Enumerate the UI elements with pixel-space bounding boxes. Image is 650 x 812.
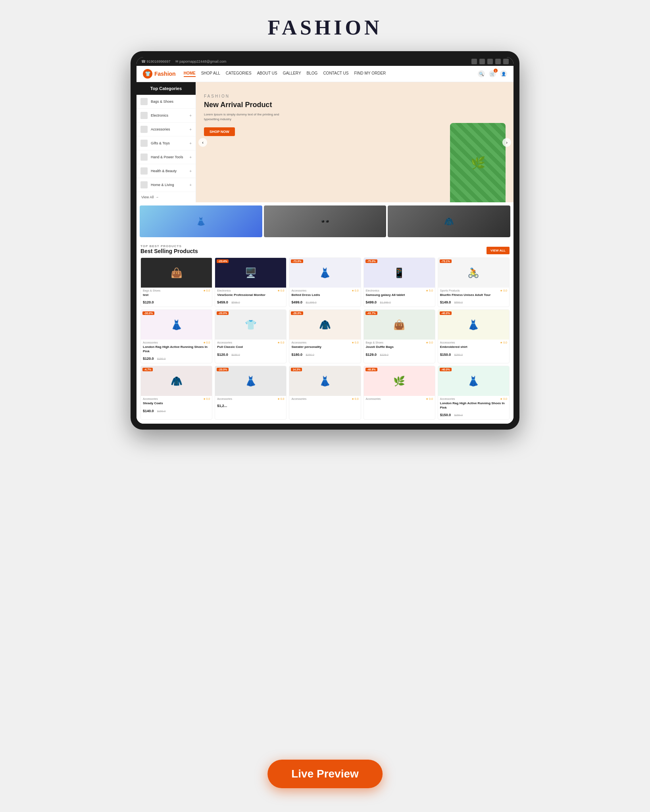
live-preview-container: Live Preview <box>267 760 383 788</box>
product-card-steady-coats[interactable]: 🧥 -4.7% Accessories ★ 0.0 Steady Coats $… <box>140 366 212 420</box>
product-card-jousti[interactable]: 👜 -43.7% Bags & Shoes ★ 0.0 Jousti Duffl… <box>363 309 435 363</box>
product-card-row3-3[interactable]: 👗 14.3% Accessories ★ 0.0 <box>289 366 361 420</box>
sidebar-item-label: Electronics <box>151 113 168 117</box>
product-card-bluefin[interactable]: 🚴 -73.1% Sports Products ★ 0.0 Bluefin F… <box>438 257 510 307</box>
facebook-icon[interactable] <box>471 59 477 64</box>
hero-label: FASHION <box>204 94 506 98</box>
product-image-bluefin: 🚴 -73.1% <box>438 258 509 288</box>
product-image-london-rag-1: 👗 -30.0% <box>141 310 212 340</box>
product-old-price: $550.0 <box>454 301 463 304</box>
product-category: Accessories <box>291 397 306 401</box>
instagram-icon[interactable] <box>487 59 493 64</box>
product-image-pull-classic: 👕 -20.0% <box>215 310 286 340</box>
linkedin-icon[interactable] <box>495 59 501 64</box>
product-old-price: $229.0 <box>380 353 388 356</box>
product-card-sweater[interactable]: 🧥 -28.0% Accessories ★ 0.0 Sweater perso… <box>289 309 361 363</box>
feature-image-1[interactable]: 👗 <box>140 205 262 237</box>
youtube-icon[interactable] <box>503 59 509 64</box>
nav-contact-us[interactable]: CONTACT US <box>323 71 348 77</box>
product-category: Accessories <box>143 341 158 344</box>
product-card-belted-dress[interactable]: 👗 -73.0% Accessories ★ 0.0 Belted Dress … <box>289 257 361 307</box>
hero-title: New Arrival Product <box>204 101 506 109</box>
view-all-categories[interactable]: View All → <box>137 192 196 202</box>
feature-image-2[interactable]: 🕶️ <box>264 205 387 237</box>
nav-shop-all[interactable]: SHOP ALL <box>201 71 220 77</box>
bags-shoes-icon <box>140 98 148 105</box>
product-badge: -48.8% <box>365 368 377 371</box>
product-price-row: $150.0 $250.0 <box>440 350 507 357</box>
product-price: $499.0 <box>291 300 302 304</box>
product-card-london-rag-2[interactable]: 👗 -40.0% Accessories ★ 0.0 London Rag Hi… <box>438 366 510 420</box>
logo[interactable]: 👕 Fashion <box>143 69 176 79</box>
product-old-price: $599.0 <box>231 301 240 304</box>
sidebar-item-electronics[interactable]: Electronics + <box>137 109 196 123</box>
product-card-embroidered[interactable]: 👗 -40.0% Accessories ★ 0.0 Embroidered s… <box>438 309 510 363</box>
product-category: Accessories <box>440 341 455 344</box>
sidebar-item-health-beauty[interactable]: Health & Beauty + <box>137 164 196 178</box>
product-name: Pull Classic Cool <box>217 345 284 349</box>
products-row-2: 👗 -30.0% Accessories ★ 0.0 London Rag Hi… <box>140 309 510 363</box>
product-badge: -30.0% <box>142 311 154 315</box>
product-badge: -20.0% <box>217 311 229 315</box>
sidebar-item-label: Home & Living <box>151 183 174 187</box>
main-content: Top Categories Bags & Shoes Electronics … <box>137 82 513 202</box>
product-badge: -4.7% <box>142 368 153 371</box>
product-card-samsung[interactable]: 📱 -75.0% Electronics ★ 5.0 Samsung galax… <box>363 257 435 307</box>
sidebar-item-gifts-toys[interactable]: Gifts & Toys + <box>137 136 196 150</box>
product-category: Electronics <box>366 289 379 292</box>
product-card-london-rag-1[interactable]: 👗 -30.0% Accessories ★ 0.0 London Rag Hi… <box>140 309 212 363</box>
user-icon[interactable]: 👤 <box>500 70 507 77</box>
nav-blog[interactable]: BLOG <box>307 71 318 77</box>
search-icon[interactable]: 🔍 <box>478 70 485 77</box>
live-preview-button[interactable]: Live Preview <box>267 760 383 788</box>
section-sublabel: TOP BEST PRODUCTS <box>140 244 198 248</box>
product-old-price: $250.0 <box>306 353 314 356</box>
topbar-left: ☎ 919016996697 ✉ papornapp22448@gmail.co… <box>141 60 226 63</box>
twitter-icon[interactable] <box>479 59 485 64</box>
product-rating: ★ 0.0 <box>203 397 210 401</box>
sidebar-item-bags-shoes[interactable]: Bags & Shoes <box>137 95 196 109</box>
hand-power-tools-icon <box>140 154 148 161</box>
product-price: $499.0 <box>366 300 377 304</box>
view-all-button[interactable]: VIEW ALL <box>487 247 510 254</box>
cart-icon[interactable]: 🛒 1 <box>489 70 496 77</box>
product-card-viewsonic[interactable]: 🖥️ -23.4% Electronics ★ 0.0 ViewSonic Pr… <box>215 257 287 307</box>
nav-find-my-order[interactable]: FIND MY ORDER <box>354 71 386 77</box>
topbar: ☎ 919016996697 ✉ papornapp22448@gmail.co… <box>137 57 513 66</box>
hero-content: FASHION New Arrival Product Lorem Ipsum … <box>196 82 513 148</box>
nav-about-us[interactable]: ABOUT US <box>257 71 277 77</box>
nav-gallery[interactable]: GALLERY <box>283 71 301 77</box>
hero-next-button[interactable]: › <box>502 138 511 147</box>
nav-home[interactable]: HOME <box>184 71 196 77</box>
shop-now-button[interactable]: SHOP NOW <box>204 127 235 136</box>
gifts-toys-icon <box>140 140 148 147</box>
product-category: Accessories <box>440 397 455 401</box>
sidebar-item-hand-power-tools[interactable]: Hand & Power Tools + <box>137 150 196 164</box>
product-image-test: 👜 <box>141 258 212 288</box>
product-old-price: $250.0 <box>454 414 463 417</box>
product-rating: ★ 0.0 <box>277 341 285 344</box>
product-rating: ★ 0.0 <box>500 397 507 401</box>
sidebar-item-home-living[interactable]: Home & Living + <box>137 178 196 192</box>
feature-image-3[interactable]: 🧥 <box>388 205 510 237</box>
product-badge: -23.4% <box>217 259 229 263</box>
product-card-pull-classic[interactable]: 👕 -20.0% Accessories ★ 0.0 Pull Classic … <box>215 309 287 363</box>
nav-categories[interactable]: CATEGORIES <box>226 71 252 77</box>
product-price-row: $120.0 $150.0 <box>217 350 284 357</box>
product-image-embroidered: 👗 -40.0% <box>438 310 509 340</box>
product-rating: ★ 0.0 <box>352 289 359 292</box>
product-card-test[interactable]: 👜 Bags & Shoes ★ 0.0 test $120.0 <box>140 257 212 307</box>
sidebar-item-accessories[interactable]: Accessories + <box>137 123 196 136</box>
product-price: $459.0 <box>217 300 228 304</box>
sidebar-item-label: Accessories <box>151 127 170 131</box>
hero-section: ‹ FASHION New Arrival Product Lorem Ipsu… <box>196 82 513 202</box>
product-price: $1,2... <box>217 404 227 408</box>
product-card-row3-4[interactable]: 🌿 -48.8% Accessories ★ 0.0 <box>363 366 435 420</box>
product-old-price: $150.0 <box>157 410 165 413</box>
product-old-price: $1,999.0 <box>380 301 391 304</box>
product-price-row: $120.0 <box>143 298 210 305</box>
product-card-row3-2[interactable]: 👗 -20.0% Accessories ★ 0.0 $1,2... <box>215 366 287 420</box>
product-price: $150.0 <box>440 353 451 357</box>
sidebar-expand-home: + <box>189 183 192 187</box>
hero-prev-button[interactable]: ‹ <box>198 138 207 147</box>
